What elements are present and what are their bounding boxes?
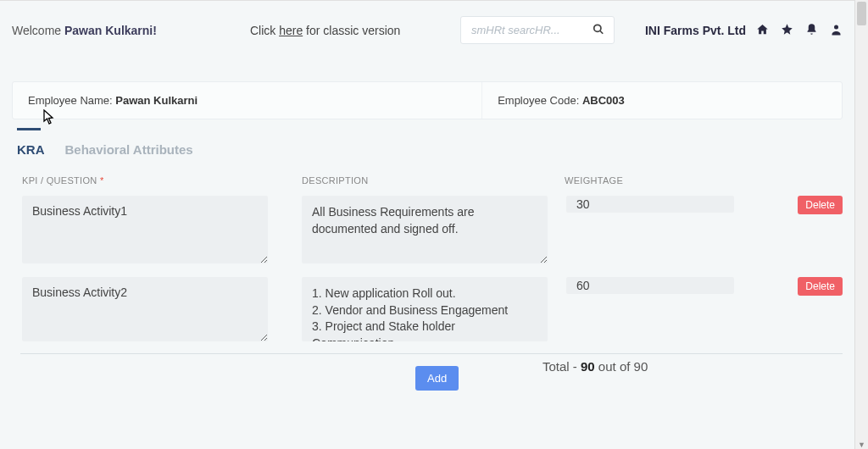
total-suffix: out of 90	[595, 359, 648, 374]
description-input[interactable]	[302, 277, 548, 341]
tab-kra[interactable]: KRA	[17, 142, 45, 157]
tab-bar: KRA Behavioral Attributes	[0, 130, 854, 165]
bell-icon[interactable]	[805, 23, 818, 38]
column-header-kpi: KPI / QUESTION *	[22, 175, 302, 186]
classic-version-text: Click here for classic version	[250, 24, 400, 37]
search-container	[460, 16, 615, 44]
kra-row: Delete	[0, 274, 854, 352]
search-icon[interactable]	[593, 23, 604, 37]
delete-button[interactable]: Delete	[798, 277, 843, 296]
employee-name-cell: Employee Name: Pawan Kulkarni	[13, 82, 481, 119]
delete-button[interactable]: Delete	[798, 196, 843, 214]
kpi-input[interactable]	[22, 277, 268, 341]
employee-code-label: Employee Code:	[498, 94, 582, 107]
column-header-weightage: WEIGHTAGE	[565, 175, 709, 186]
employee-name-label: Employee Name:	[28, 94, 115, 107]
column-header-description: DESCRIPTION	[302, 175, 565, 186]
vertical-scrollbar[interactable]: ▲ ▼	[854, 0, 868, 449]
employee-info-row: Employee Name: Pawan Kulkarni Employee C…	[12, 81, 843, 119]
kra-column-headers: KPI / QUESTION * DESCRIPTION WEIGHTAGE	[0, 165, 854, 192]
employee-code-value: ABC003	[582, 94, 625, 107]
total-value: 90	[581, 359, 595, 374]
welcome-prefix: Welcome	[12, 24, 64, 37]
column-header-kpi-text: KPI / QUESTION	[22, 175, 100, 186]
weightage-input[interactable]	[566, 196, 734, 213]
header-icons	[756, 23, 843, 38]
user-icon[interactable]	[830, 23, 843, 38]
required-asterisk: *	[100, 175, 104, 186]
svg-point-0	[594, 25, 601, 31]
employee-code-cell: Employee Code: ABC003	[481, 82, 842, 119]
svg-line-1	[600, 30, 604, 34]
classic-prefix: Click	[250, 24, 279, 37]
page-header: Welcome Pawan Kulkarni! Click here for c…	[0, 1, 854, 53]
home-icon[interactable]	[756, 23, 769, 38]
description-input[interactable]	[302, 196, 548, 263]
classic-version-link[interactable]: here	[279, 24, 303, 37]
star-icon[interactable]	[781, 23, 793, 38]
scroll-down-arrow[interactable]: ▼	[855, 441, 868, 449]
svg-point-2	[834, 25, 838, 29]
kra-footer: Add Total - 90 out of 90	[0, 354, 854, 363]
tab-behavioral-attributes[interactable]: Behavioral Attributes	[65, 142, 193, 157]
total-prefix: Total -	[542, 359, 581, 374]
kpi-input[interactable]	[22, 196, 268, 263]
welcome-text: Welcome Pawan Kulkarni!	[12, 24, 157, 37]
weightage-input[interactable]	[566, 277, 734, 294]
add-button[interactable]: Add	[415, 366, 459, 391]
kra-row: Delete	[0, 192, 854, 274]
welcome-username: Pawan Kulkarni!	[64, 24, 157, 37]
classic-suffix: for classic version	[303, 24, 400, 37]
company-name: INI Farms Pvt. Ltd	[645, 24, 746, 37]
search-input[interactable]	[460, 16, 615, 44]
scrollbar-thumb[interactable]	[857, 2, 866, 25]
employee-name-value: Pawan Kulkarni	[115, 94, 198, 107]
total-text: Total - 90 out of 90	[542, 359, 648, 374]
